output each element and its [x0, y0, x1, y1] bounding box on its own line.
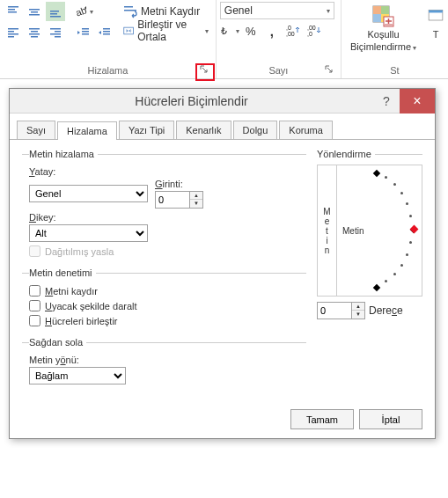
vertical-label: Dikey:	[29, 212, 306, 223]
chevron-down-icon: ▾	[90, 8, 93, 16]
degree-spinner[interactable]: ▲▼	[317, 302, 365, 319]
orientation-control[interactable]: Metin Metin	[317, 165, 422, 297]
tab-border[interactable]: Kenarlık	[176, 121, 231, 139]
svg-rect-27	[103, 33, 110, 35]
tab-fill[interactable]: Dolgu	[233, 121, 278, 139]
degree-label: Derece	[369, 304, 403, 317]
orientation-legend: Yönlendirme	[317, 149, 375, 159]
help-button[interactable]: ?	[373, 94, 400, 108]
chevron-down-icon: ▾	[205, 27, 209, 35]
indent-spinner[interactable]: ▲▼	[155, 191, 203, 209]
tab-number[interactable]: Sayı	[17, 121, 55, 139]
chevron-down-icon: ▾	[413, 44, 416, 52]
merge-label: Hücreleri birleştir	[45, 316, 118, 326]
spin-up[interactable]: ▲	[190, 192, 202, 200]
tab-protection[interactable]: Koruma	[279, 121, 333, 139]
number-format-combo[interactable]: Genel ▾	[220, 2, 334, 19]
svg-rect-30	[124, 27, 134, 34]
cf-line2: Biçimlendirme	[350, 41, 411, 52]
svg-rect-4	[31, 11, 38, 13]
number-dialog-launcher[interactable]	[323, 64, 335, 77]
svg-rect-15	[31, 31, 38, 33]
wrap-text-label: Metni Kaydır	[141, 5, 200, 18]
svg-rect-19	[55, 31, 61, 33]
table-icon	[427, 4, 444, 28]
svg-rect-6	[50, 11, 59, 12]
svg-text:,0: ,0	[286, 25, 291, 31]
svg-rect-1	[8, 9, 15, 11]
text-alignment-legend: Metin hizalama	[29, 149, 98, 159]
spin-up[interactable]: ▲	[352, 303, 364, 311]
degree-input[interactable]	[317, 302, 352, 319]
increase-decimal-button[interactable]: ,0,00	[283, 21, 303, 40]
align-left-button[interactable]	[4, 23, 23, 42]
text-control-legend: Metin denetimi	[29, 267, 96, 278]
svg-rect-20	[50, 33, 61, 35]
shrink-checkbox[interactable]	[29, 300, 40, 311]
format-cells-dialog: Hücreleri Biçimlendir ? × Sayı Hizalama …	[9, 88, 436, 439]
svg-text:,00: ,00	[286, 31, 295, 37]
tab-alignment[interactable]: Hizalama	[57, 121, 117, 140]
svg-rect-22	[82, 28, 89, 30]
svg-rect-8	[50, 16, 61, 18]
indent-input[interactable]	[155, 191, 190, 209]
t-label: T	[433, 28, 439, 40]
number-group-label: Sayı	[220, 63, 337, 78]
align-middle-button[interactable]	[25, 2, 44, 21]
align-bottom-button[interactable]	[46, 2, 65, 21]
svg-rect-18	[50, 28, 61, 30]
currency-button[interactable]: ₺▾	[220, 21, 239, 40]
decrease-indent-button[interactable]	[74, 23, 93, 42]
rtl-legend: Sağdan sola	[29, 337, 86, 348]
merge-icon	[123, 24, 134, 38]
justify-distributed-checkbox	[29, 245, 40, 257]
svg-rect-29	[124, 10, 136, 11]
conditional-formatting-button[interactable]: Koşullu Biçimlendirme▾	[345, 2, 422, 63]
table-format-button[interactable]: T	[422, 2, 444, 63]
svg-rect-16	[29, 33, 40, 35]
svg-rect-5	[29, 14, 40, 16]
svg-rect-7	[50, 13, 57, 15]
merge-center-button[interactable]: Birleştir ve Ortala ▾	[120, 21, 212, 40]
justify-distributed-label: Dağıtılmış yasla	[45, 246, 114, 257]
svg-rect-39	[373, 14, 381, 22]
horizontal-combo[interactable]: Genel	[29, 185, 148, 202]
cancel-button[interactable]: İptal	[359, 409, 422, 429]
chevron-down-icon: ▾	[236, 27, 239, 35]
horizontal-label: Yatay:	[29, 166, 306, 177]
indent-label: Girinti:	[155, 179, 203, 189]
svg-rect-14	[29, 28, 40, 30]
increase-indent-button[interactable]	[95, 23, 114, 42]
svg-rect-37	[373, 6, 381, 14]
shrink-label: Uyacak şekilde daralt	[45, 301, 137, 311]
wrap-checkbox[interactable]	[29, 285, 40, 297]
decrease-decimal-button[interactable]: ,00,0	[305, 21, 324, 40]
svg-rect-17	[31, 36, 38, 38]
svg-rect-10	[8, 28, 18, 30]
align-top-button[interactable]	[4, 2, 23, 21]
align-center-button[interactable]	[25, 23, 44, 42]
svg-rect-25	[103, 28, 110, 30]
direction-combo[interactable]: Bağlam	[29, 367, 126, 384]
vertical-text-button[interactable]: Metin	[318, 165, 337, 296]
svg-text:,0: ,0	[307, 31, 312, 37]
align-right-button[interactable]	[46, 23, 65, 42]
spin-down[interactable]: ▼	[352, 311, 364, 319]
percent-button[interactable]: %	[241, 21, 261, 40]
close-button[interactable]: ×	[400, 89, 435, 114]
svg-rect-2	[8, 11, 17, 13]
spin-down[interactable]: ▼	[190, 200, 202, 208]
vertical-combo[interactable]: Alt	[29, 224, 148, 242]
wrap-text-icon	[123, 4, 137, 18]
merge-center-label: Birleştir ve Ortala	[137, 18, 200, 43]
comma-button[interactable]: ,	[262, 21, 282, 40]
svg-rect-26	[103, 31, 110, 33]
orientation-button[interactable]: ab▾	[74, 2, 93, 21]
svg-rect-23	[82, 31, 89, 33]
svg-rect-12	[8, 33, 18, 35]
tab-font[interactable]: Yazı Tipi	[119, 121, 174, 139]
merge-checkbox[interactable]	[29, 315, 40, 326]
svg-rect-11	[8, 31, 14, 33]
ok-button[interactable]: Tamam	[290, 409, 354, 429]
svg-rect-28	[124, 6, 133, 8]
